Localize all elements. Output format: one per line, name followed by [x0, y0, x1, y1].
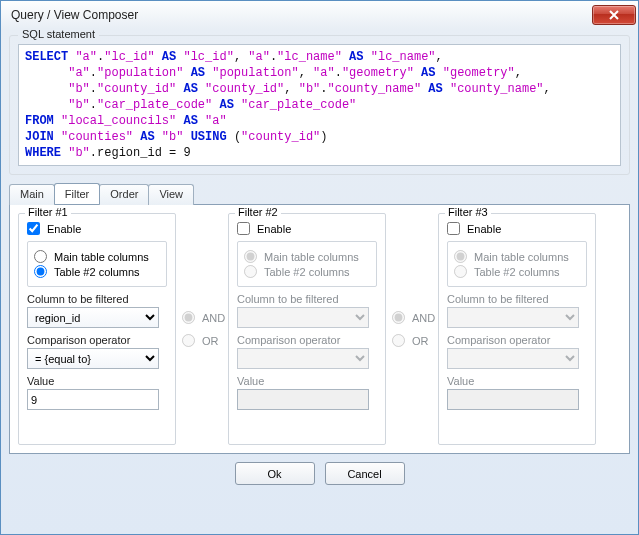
dialog-window: Query / View Composer SQL statement SELE… — [0, 0, 639, 535]
connector-label: OR — [412, 335, 429, 347]
value-label: Value — [447, 375, 587, 387]
titlebar: Query / View Composer — [1, 1, 638, 29]
enable-label: Enable — [257, 223, 291, 235]
tab-filter[interactable]: Filter — [54, 183, 100, 204]
source-radio-label: Main table columns — [54, 251, 149, 263]
source-radiogroup: Main table columnsTable #2 columns — [447, 241, 587, 287]
connector-label: AND — [412, 312, 435, 324]
column-select-label: Column to be filtered — [27, 293, 167, 305]
source-radiogroup: Main table columnsTable #2 columns — [237, 241, 377, 287]
connector-label: OR — [202, 335, 219, 347]
logic-connector-1: ANDOR — [176, 213, 228, 445]
value-label: Value — [237, 375, 377, 387]
operator-select[interactable]: = {equal to} — [27, 348, 159, 369]
source-radio-table2[interactable] — [34, 265, 47, 278]
enable-checkbox[interactable] — [447, 222, 460, 235]
source-radio-label: Main table columns — [264, 251, 359, 263]
tab-order[interactable]: Order — [99, 184, 149, 205]
tab-view[interactable]: View — [148, 184, 194, 205]
tab-main[interactable]: Main — [9, 184, 55, 205]
value-input[interactable] — [447, 389, 579, 410]
column-select[interactable] — [447, 307, 579, 328]
ok-button[interactable]: Ok — [235, 462, 315, 485]
tab-panel-filter: Filter #1EnableMain table columnsTable #… — [9, 204, 630, 454]
operator-select-label: Comparison operator — [27, 334, 167, 346]
dialog-body: SQL statement SELECT "a"."lc_id" AS "lc_… — [9, 31, 630, 526]
source-radio-main[interactable] — [454, 250, 467, 263]
source-radio-label: Table #2 columns — [264, 266, 350, 278]
operator-select-label: Comparison operator — [447, 334, 587, 346]
tabstrip: Main Filter Order View — [9, 183, 630, 204]
filter-group-2: Filter #2EnableMain table columnsTable #… — [228, 213, 386, 445]
source-radio-main[interactable] — [34, 250, 47, 263]
source-radio-label: Table #2 columns — [474, 266, 560, 278]
filter-legend: Filter #2 — [235, 206, 281, 218]
sql-legend: SQL statement — [18, 28, 99, 40]
connector-radio-and[interactable] — [182, 311, 195, 324]
logic-connector-2: ANDOR — [386, 213, 438, 445]
sql-statement-box[interactable]: SELECT "a"."lc_id" AS "lc_id", "a"."lc_n… — [18, 44, 621, 166]
enable-checkbox[interactable] — [237, 222, 250, 235]
enable-checkbox[interactable] — [27, 222, 40, 235]
operator-select[interactable] — [447, 348, 579, 369]
column-select-label: Column to be filtered — [237, 293, 377, 305]
close-icon — [608, 10, 620, 20]
connector-radio-and[interactable] — [392, 311, 405, 324]
operator-select[interactable] — [237, 348, 369, 369]
enable-label: Enable — [467, 223, 501, 235]
close-button[interactable] — [592, 5, 636, 25]
connector-radio-or[interactable] — [182, 334, 195, 347]
window-title: Query / View Composer — [11, 8, 138, 22]
filter-legend: Filter #1 — [25, 206, 71, 218]
source-radio-label: Table #2 columns — [54, 266, 140, 278]
connector-label: AND — [202, 312, 225, 324]
column-select-label: Column to be filtered — [447, 293, 587, 305]
operator-select-label: Comparison operator — [237, 334, 377, 346]
source-radio-table2[interactable] — [244, 265, 257, 278]
button-bar: Ok Cancel — [9, 462, 630, 485]
value-input[interactable] — [27, 389, 159, 410]
filter-group-1: Filter #1EnableMain table columnsTable #… — [18, 213, 176, 445]
source-radio-main[interactable] — [244, 250, 257, 263]
source-radiogroup: Main table columnsTable #2 columns — [27, 241, 167, 287]
connector-radio-or[interactable] — [392, 334, 405, 347]
cancel-button[interactable]: Cancel — [325, 462, 405, 485]
sql-fieldset: SQL statement SELECT "a"."lc_id" AS "lc_… — [9, 35, 630, 175]
value-input[interactable] — [237, 389, 369, 410]
enable-label: Enable — [47, 223, 81, 235]
column-select[interactable]: region_id — [27, 307, 159, 328]
column-select[interactable] — [237, 307, 369, 328]
source-radio-table2[interactable] — [454, 265, 467, 278]
source-radio-label: Main table columns — [474, 251, 569, 263]
filter-group-3: Filter #3EnableMain table columnsTable #… — [438, 213, 596, 445]
value-label: Value — [27, 375, 167, 387]
filter-legend: Filter #3 — [445, 206, 491, 218]
